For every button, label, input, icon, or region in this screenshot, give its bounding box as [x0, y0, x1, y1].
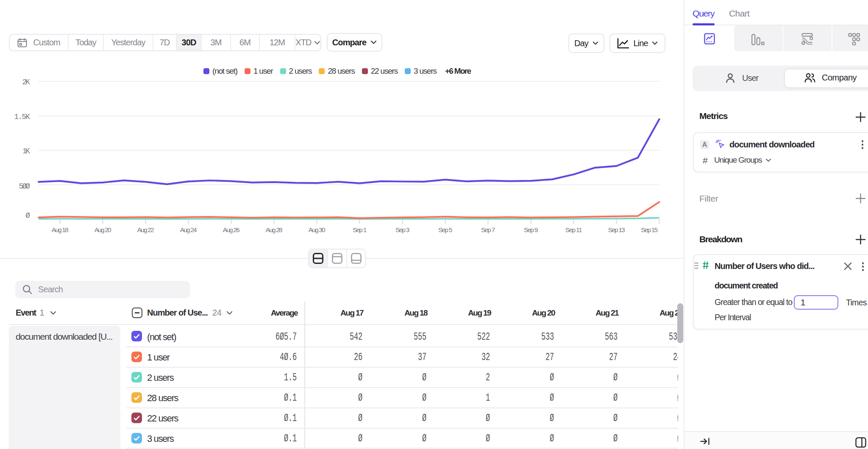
svg-text:Sep 3: Sep 3 — [395, 226, 409, 233]
svg-text:2K: 2K — [22, 78, 31, 86]
svg-text:Sep 7: Sep 7 — [481, 226, 495, 233]
svg-text:1K: 1K — [22, 147, 30, 155]
svg-text:Sep 1: Sep 1 — [353, 226, 367, 233]
svg-text:Sep 9: Sep 9 — [524, 226, 538, 233]
svg-text:1.5K: 1.5K — [14, 113, 31, 121]
svg-text:Aug 18: Aug 18 — [52, 226, 69, 233]
svg-text:Sep 5: Sep 5 — [438, 226, 452, 233]
svg-text:Sep 13: Sep 13 — [608, 226, 625, 233]
svg-text:5ØØ: 5ØØ — [19, 182, 30, 191]
svg-text:Sep 11: Sep 11 — [565, 226, 582, 233]
svg-text:Aug 30: Aug 30 — [309, 226, 326, 233]
svg-text:Aug 28: Aug 28 — [266, 226, 283, 233]
svg-text:Aug 24: Aug 24 — [180, 226, 197, 233]
svg-text:Ø: Ø — [25, 211, 30, 220]
svg-text:Sep 15: Sep 15 — [641, 226, 658, 233]
svg-text:Aug 26: Aug 26 — [223, 226, 240, 233]
svg-text:Aug 22: Aug 22 — [137, 226, 154, 233]
svg-text:Aug 20: Aug 20 — [95, 226, 111, 233]
